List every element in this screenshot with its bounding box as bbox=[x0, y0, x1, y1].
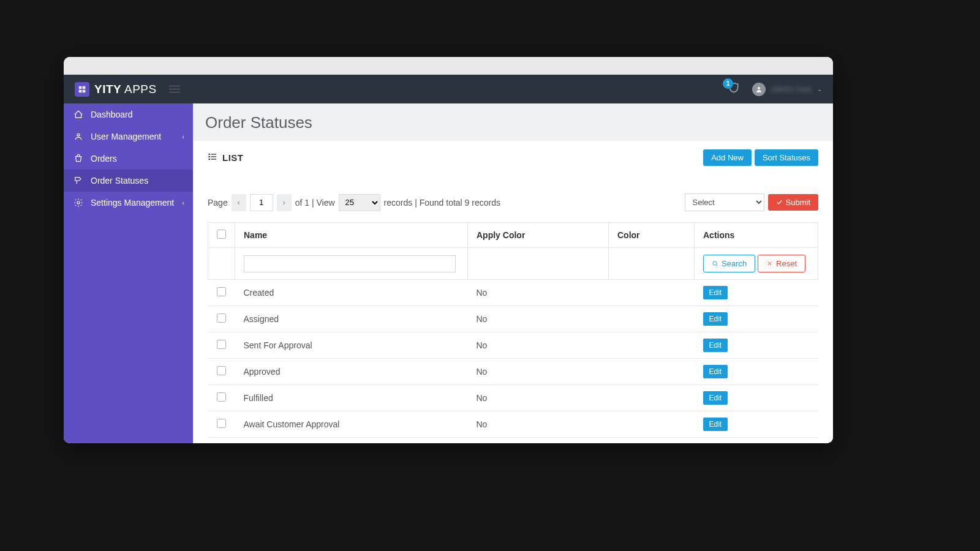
row-checkbox[interactable] bbox=[217, 419, 226, 428]
actions-header: Actions bbox=[695, 223, 818, 248]
logo-icon bbox=[75, 82, 89, 97]
sort-statuses-button[interactable]: Sort Statuses bbox=[755, 149, 818, 166]
cell-color bbox=[609, 359, 695, 385]
logo-light: APPS bbox=[124, 83, 157, 96]
svg-point-1 bbox=[77, 133, 80, 136]
edit-button[interactable]: Edit bbox=[703, 365, 728, 378]
name-header: Name bbox=[235, 223, 468, 248]
list-heading: LIST bbox=[208, 152, 244, 163]
row-checkbox[interactable] bbox=[217, 313, 226, 323]
logo-bold: YITY bbox=[94, 83, 121, 96]
sidebar: DashboardUser Management‹OrdersOrder Sta… bbox=[64, 103, 193, 443]
table-row: Await Customer ApprovalNoEdit bbox=[208, 411, 818, 438]
edit-button[interactable]: Edit bbox=[703, 286, 728, 299]
app-window: YITY APPS 1 Admin User ⌄ DashboardUser M… bbox=[64, 57, 833, 443]
row-checkbox[interactable] bbox=[217, 340, 226, 349]
row-checkbox[interactable] bbox=[217, 392, 226, 402]
list-icon bbox=[208, 152, 217, 163]
data-table: Name Apply Color Color Actions bbox=[208, 222, 818, 443]
topbar: YITY APPS 1 Admin User ⌄ bbox=[64, 75, 833, 103]
avatar bbox=[752, 83, 766, 96]
row-checkbox[interactable] bbox=[217, 287, 226, 296]
page-of-label: of 1 | View bbox=[295, 198, 335, 208]
page-input[interactable] bbox=[250, 194, 273, 211]
records-label: records | Found total 9 records bbox=[384, 198, 500, 208]
list-card: LIST Add New Sort Statuses Page ‹ › of 1… bbox=[193, 141, 833, 443]
search-button[interactable]: Search bbox=[703, 255, 755, 272]
row-checkbox[interactable] bbox=[217, 366, 226, 375]
cell-apply-color: No bbox=[468, 359, 609, 385]
chevron-left-icon: ‹ bbox=[182, 199, 184, 206]
select-all-header bbox=[208, 223, 235, 248]
cell-color bbox=[609, 332, 695, 359]
svg-line-10 bbox=[716, 264, 717, 266]
cell-name: Await Customer Approval bbox=[235, 411, 468, 438]
main-content: Order Statuses LIST Add New Sort Statuse… bbox=[193, 103, 833, 443]
sidebar-item-dashboard[interactable]: Dashboard bbox=[64, 103, 193, 126]
page-next-button[interactable]: › bbox=[277, 194, 292, 211]
svg-point-9 bbox=[713, 261, 717, 265]
edit-button[interactable]: Edit bbox=[703, 339, 728, 352]
edit-button[interactable]: Edit bbox=[703, 418, 728, 431]
svg-point-7 bbox=[209, 156, 209, 157]
svg-point-0 bbox=[758, 87, 760, 89]
table-row: Customer AcceptedNoEdit bbox=[208, 438, 818, 444]
logo: YITY APPS bbox=[75, 82, 157, 97]
cell-name: Fulfilled bbox=[235, 385, 468, 411]
select-all-checkbox[interactable] bbox=[217, 230, 226, 239]
user-menu[interactable]: Admin User ⌄ bbox=[752, 83, 822, 96]
color-header: Color bbox=[609, 223, 695, 248]
page-size-select[interactable]: 25 bbox=[339, 194, 380, 211]
reset-button[interactable]: Reset bbox=[758, 255, 805, 272]
name-filter-input[interactable] bbox=[244, 255, 456, 272]
window-titlebar bbox=[64, 57, 833, 75]
cell-apply-color: No bbox=[468, 332, 609, 359]
table-row: AssignedNoEdit bbox=[208, 306, 818, 332]
cell-name: Assigned bbox=[235, 306, 468, 332]
cell-name: Sent For Approval bbox=[235, 332, 468, 359]
table-row: Sent For ApprovalNoEdit bbox=[208, 332, 818, 359]
cell-color bbox=[609, 280, 695, 306]
cell-apply-color: No bbox=[468, 280, 609, 306]
svg-point-6 bbox=[209, 154, 209, 154]
cell-color bbox=[609, 306, 695, 332]
cell-color bbox=[609, 385, 695, 411]
table-toolbar: Page ‹ › of 1 | View 25 records | Found … bbox=[193, 175, 833, 217]
table-row: FulfilledNoEdit bbox=[208, 385, 818, 411]
page-title: Order Statuses bbox=[193, 103, 833, 141]
cell-color bbox=[609, 438, 695, 444]
bulk-action-select[interactable]: Select bbox=[685, 193, 764, 211]
add-new-button[interactable]: Add New bbox=[703, 149, 752, 166]
sidebar-item-settings-management[interactable]: Settings Management‹ bbox=[64, 192, 193, 214]
menu-toggle[interactable] bbox=[169, 86, 180, 92]
card-header: LIST Add New Sort Statuses bbox=[193, 141, 833, 175]
notification-badge: 1 bbox=[723, 78, 733, 89]
table-row: ApprovedNoEdit bbox=[208, 359, 818, 385]
cell-color bbox=[609, 411, 695, 438]
cell-name: Created bbox=[235, 280, 468, 306]
svg-point-2 bbox=[77, 201, 80, 204]
cell-apply-color: No bbox=[468, 438, 609, 444]
cell-name: Approved bbox=[235, 359, 468, 385]
username-label: Admin User bbox=[771, 84, 812, 94]
cell-apply-color: No bbox=[468, 385, 609, 411]
sidebar-item-orders[interactable]: Orders bbox=[64, 148, 193, 170]
svg-point-8 bbox=[209, 159, 209, 159]
cell-name: Customer Accepted bbox=[235, 438, 468, 444]
bulk-submit-button[interactable]: Submit bbox=[768, 194, 818, 211]
chevron-left-icon: ‹ bbox=[182, 133, 184, 140]
page-prev-button[interactable]: ‹ bbox=[232, 194, 246, 211]
table-row: CreatedNoEdit bbox=[208, 280, 818, 306]
notifications-button[interactable]: 1 bbox=[728, 82, 740, 97]
edit-button[interactable]: Edit bbox=[703, 312, 728, 326]
edit-button[interactable]: Edit bbox=[703, 391, 728, 405]
sidebar-item-order-statuses[interactable]: Order Statuses bbox=[64, 170, 193, 192]
cell-apply-color: No bbox=[468, 306, 609, 332]
chevron-down-icon: ⌄ bbox=[817, 86, 822, 92]
cell-apply-color: No bbox=[468, 411, 609, 438]
apply-color-header: Apply Color bbox=[468, 223, 609, 248]
page-label: Page bbox=[208, 198, 228, 208]
sidebar-item-user-management[interactable]: User Management‹ bbox=[64, 126, 193, 148]
